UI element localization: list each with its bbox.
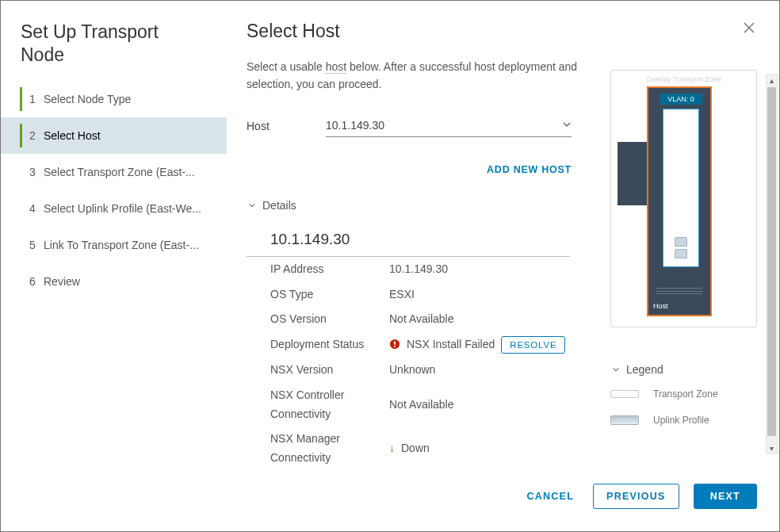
kv-val: NSX Install Failed RESOLVE — [389, 335, 570, 354]
dialog-body: Set Up Transport Node 1 Select Node Type… — [1, 1, 779, 476]
content-scroll: Select a usable host below. After a succ… — [247, 42, 779, 476]
legend-items: Transport Zone Uplink Profile — [610, 388, 757, 427]
kv-osver: OS Version Not Available — [247, 307, 570, 332]
step-num: 5 — [29, 239, 44, 251]
legend-title: Legend — [626, 363, 663, 376]
host-field-row: Host 10.1.149.30 — [247, 116, 572, 137]
add-new-host-link[interactable]: ADD NEW HOST — [487, 164, 572, 175]
nic-icon — [675, 237, 687, 247]
diagram-host-caption: Host — [650, 302, 668, 310]
legend-item-uplink-profile: Uplink Profile — [610, 414, 757, 427]
step-select-uplink-profile[interactable]: 4 Select Uplink Profile (East-We... — [1, 190, 227, 227]
kv-nsx-controller-connectivity: NSX Controller Connectivity Not Availabl… — [247, 383, 570, 427]
step-review[interactable]: 6 Review — [1, 263, 227, 300]
kv-nsx-manager-connectivity: NSX Manager Connectivity ↓ Down — [247, 427, 570, 471]
details-hostname: 10.1.149.30 — [247, 231, 570, 257]
step-label: Review — [44, 275, 80, 288]
step-num: 4 — [29, 202, 44, 215]
host-select[interactable]: 10.1.149.30 — [326, 116, 572, 137]
kv-val: 10.1.149.30 — [389, 260, 570, 279]
main-panel: Select Host Select a usable host below. … — [227, 1, 779, 476]
kv-ip: IP Address 10.1.149.30 — [247, 257, 570, 282]
wizard-title: Set Up Transport Node — [1, 21, 227, 81]
wizard-steps: 1 Select Node Type 2 Select Host 3 Selec… — [1, 81, 227, 300]
diagram-inner — [663, 109, 699, 267]
diagram-nubs — [663, 237, 698, 258]
cancel-button[interactable]: CANCEL — [522, 484, 579, 508]
step-select-transport-zone[interactable]: 3 Select Transport Zone (East-... — [1, 154, 227, 190]
kv-key: NSX Manager Connectivity — [270, 430, 389, 468]
step-label: Select Host — [44, 129, 101, 142]
legend-swatch-icon — [610, 390, 639, 398]
desc-hostword: host — [326, 60, 346, 74]
kv-val: ESXI — [389, 285, 570, 304]
previous-button[interactable]: PREVIOUS — [593, 484, 679, 509]
kv-key: NSX Version — [270, 361, 389, 380]
step-label: Select Node Type — [44, 93, 131, 105]
nsx-manager-conn-text: Down — [401, 439, 430, 458]
page-title: Select Host — [247, 21, 743, 42]
kv-deployment-status: Deployment Status NSX Install Failed RES… — [247, 332, 570, 358]
step-num: 2 — [29, 129, 44, 142]
chevron-down-icon — [562, 119, 572, 132]
desc-pre: Select a usable — [247, 60, 326, 73]
next-button[interactable]: NEXT — [694, 484, 757, 509]
wizard-dialog: Set Up Transport Node 1 Select Node Type… — [0, 0, 780, 532]
legend-toggle[interactable]: Legend — [610, 363, 757, 376]
kv-key: Deployment Status — [270, 335, 389, 354]
kv-val: Unknown — [389, 361, 570, 380]
step-num: 1 — [29, 93, 44, 105]
step-label: Link To Transport Zone (East-... — [44, 239, 199, 251]
scrollbar[interactable]: ▴ ▾ — [766, 74, 778, 454]
error-icon — [389, 335, 400, 354]
chevron-down-icon — [610, 366, 621, 373]
legend-swatch-icon — [610, 415, 639, 425]
host-select-value: 10.1.149.30 — [326, 119, 384, 132]
svg-rect-2 — [394, 346, 396, 347]
step-num: 6 — [29, 275, 44, 288]
nic-icon — [675, 249, 687, 258]
content-column: Select a usable host below. After a succ… — [247, 42, 610, 476]
svg-rect-1 — [394, 342, 396, 345]
diagram-host: VLAN: 0 Host — [647, 86, 712, 316]
diagram-lines — [656, 288, 702, 294]
scroll-down-icon[interactable]: ▾ — [767, 442, 777, 454]
step-label: Select Transport Zone (East-... — [44, 166, 195, 178]
kv-val: Not Available — [389, 386, 570, 424]
legend-item-transport-zone: Transport Zone — [610, 388, 757, 401]
kv-nsx-version: NSX Version Unknown — [247, 358, 570, 383]
vlan-chip: VLAN: 0 — [660, 94, 702, 105]
step-select-node-type[interactable]: 1 Select Node Type — [1, 81, 227, 117]
step-num: 3 — [29, 166, 44, 178]
kv-key: IP Address — [270, 260, 389, 279]
chevron-down-icon — [247, 201, 258, 209]
legend-section: Legend Transport Zone Uplink Profile — [610, 363, 757, 427]
diagram-column: Overlay Transport Zone VLAN: 0 — [610, 42, 757, 476]
host-field-label: Host — [247, 120, 326, 132]
add-host-row: ADD NEW HOST — [247, 164, 572, 175]
tz-label: Overlay Transport Zone — [611, 75, 756, 83]
main-header: Select Host — [247, 21, 779, 42]
step-select-host[interactable]: 2 Select Host — [1, 117, 227, 154]
kv-key: NSX Controller Connectivity — [270, 386, 389, 424]
page-description: Select a usable host below. After a succ… — [247, 58, 587, 94]
scroll-up-icon[interactable]: ▴ — [767, 75, 777, 86]
details-toggle[interactable]: Details — [247, 199, 570, 212]
kv-val: ↓ Down — [389, 430, 570, 468]
kv-ostype: OS Type ESXI — [247, 282, 570, 308]
step-label: Select Uplink Profile (East-We... — [44, 202, 201, 215]
resolve-button[interactable]: RESOLVE — [501, 336, 565, 354]
details-label: Details — [262, 199, 296, 212]
legend-text: Transport Zone — [653, 388, 718, 401]
kv-key: OS Version — [270, 310, 389, 329]
diagram-side-slab — [618, 142, 649, 205]
kv-val: Not Available — [389, 310, 570, 329]
dialog-footer: CANCEL PREVIOUS NEXT — [1, 476, 779, 531]
close-icon[interactable] — [743, 21, 755, 36]
deployment-status-text: NSX Install Failed — [407, 335, 495, 354]
step-link-to-transport-zone[interactable]: 5 Link To Transport Zone (East-... — [1, 227, 227, 263]
wizard-sidebar: Set Up Transport Node 1 Select Node Type… — [1, 1, 227, 476]
details-section: Details 10.1.149.30 IP Address 10.1.149.… — [247, 199, 570, 471]
scrollbar-thumb[interactable] — [767, 87, 776, 436]
topology-diagram: Overlay Transport Zone VLAN: 0 — [610, 70, 757, 327]
